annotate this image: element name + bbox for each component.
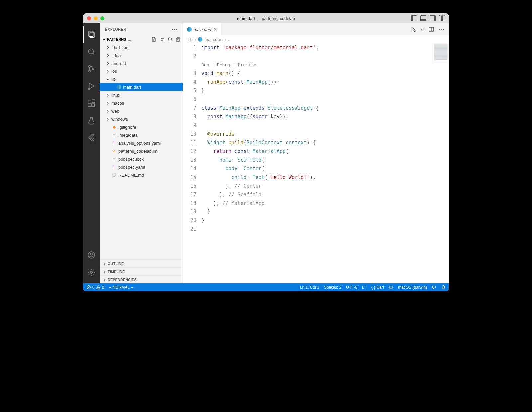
language-mode-status[interactable]: { } Dart xyxy=(371,285,384,290)
sidebar-title: EXPLORER xyxy=(105,27,126,31)
folder-tree-item[interactable]: .dart_tool xyxy=(100,43,183,51)
settings-activity-icon[interactable] xyxy=(83,264,100,281)
encoding-status[interactable]: UTF-8 xyxy=(346,285,357,290)
breadcrumb-part[interactable]: ... xyxy=(228,37,232,42)
source-control-activity-icon[interactable] xyxy=(83,61,100,77)
code-line[interactable]: ), // Center xyxy=(201,182,449,190)
new-folder-icon[interactable] xyxy=(159,37,165,42)
file-tree-item[interactable]: ≡.metadata xyxy=(100,131,183,139)
breadcrumb[interactable]: lib › main.dart › ... xyxy=(183,35,449,43)
folder-tree-item[interactable]: android xyxy=(100,59,183,67)
file-tree-item[interactable]: !analysis_options.yaml xyxy=(100,139,183,147)
code-line[interactable]: } xyxy=(201,216,449,225)
problems-status[interactable]: 0 0 xyxy=(86,285,104,290)
code-editor[interactable]: 123456789101112131415161718192021 import… xyxy=(183,43,449,283)
flutter-activity-icon[interactable] xyxy=(83,130,100,146)
sidebar-section-outline[interactable]: OUTLINE xyxy=(100,259,183,267)
svg-rect-18 xyxy=(389,286,393,288)
workspace-folder-header[interactable]: PATTERNS_... xyxy=(100,35,183,43)
close-tab-icon[interactable]: ✕ xyxy=(213,27,217,32)
code-line[interactable]: ); // MaterialApp xyxy=(201,199,449,207)
run-debug-dropdown-icon[interactable] xyxy=(410,26,416,32)
titlebar-layout-controls xyxy=(411,15,445,21)
code-line[interactable]: @override xyxy=(201,130,449,138)
file-tree-item[interactable]: ⓘREADME.md xyxy=(100,171,183,179)
code-line[interactable]: import 'package:flutter/material.dart'; xyxy=(201,43,449,52)
testing-activity-icon[interactable] xyxy=(83,112,100,129)
chevron-down-icon[interactable] xyxy=(420,26,424,32)
codelens-run[interactable]: Run xyxy=(201,62,209,67)
codelens-debug[interactable]: Debug xyxy=(217,62,230,67)
workspace-folder-name: PATTERNS_... xyxy=(107,37,131,41)
accounts-activity-icon[interactable] xyxy=(83,247,100,263)
code-line[interactable]: } xyxy=(201,86,449,95)
sidebar-more-icon[interactable]: ⋯ xyxy=(171,26,178,33)
code-content[interactable]: import 'package:flutter/material.dart'; … xyxy=(201,43,449,283)
file-tree-item[interactable]: main.dart xyxy=(100,83,183,91)
code-line[interactable]: } xyxy=(201,207,449,216)
extensions-activity-icon[interactable] xyxy=(83,95,100,112)
explorer-activity-icon[interactable] xyxy=(83,26,100,43)
cursor-position-status[interactable]: Ln 1, Col 1 xyxy=(300,285,319,290)
editor-tab-main-dart[interactable]: main.dart ✕ xyxy=(183,23,221,35)
folder-tree-item[interactable]: ios xyxy=(100,67,183,75)
eol-status[interactable]: LF xyxy=(362,285,367,290)
code-line[interactable]: return const MaterialApp( xyxy=(201,147,449,156)
svg-point-3 xyxy=(89,66,90,67)
breadcrumb-part[interactable]: lib xyxy=(188,37,193,42)
code-line[interactable]: Widget build(BuildContext context) { xyxy=(201,138,449,147)
codelens-profile[interactable]: Profile xyxy=(238,62,256,67)
zoom-window-button[interactable] xyxy=(100,16,104,20)
device-selector-status[interactable] xyxy=(389,285,393,290)
svg-rect-10 xyxy=(92,100,95,103)
minimize-window-button[interactable] xyxy=(94,16,98,20)
code-line[interactable] xyxy=(201,225,449,233)
new-file-icon[interactable] xyxy=(151,37,157,42)
file-tree-item[interactable]: ≋patterns_codelab.iml xyxy=(100,147,183,155)
code-line[interactable] xyxy=(201,95,449,104)
svg-point-4 xyxy=(89,70,90,72)
folder-tree-item[interactable]: windows xyxy=(100,115,183,123)
file-tree-item[interactable]: !pubspec.yaml xyxy=(100,163,183,171)
toggle-primary-sidebar-icon[interactable] xyxy=(411,15,417,21)
code-line[interactable]: ), // Scaffold xyxy=(201,190,449,199)
code-line[interactable] xyxy=(201,121,449,130)
code-line[interactable]: body: Center( xyxy=(201,164,449,173)
close-window-button[interactable] xyxy=(87,16,91,20)
search-activity-icon[interactable] xyxy=(83,43,100,60)
code-line[interactable]: class MainApp extends StatelessWidget { xyxy=(201,104,449,112)
folder-tree-item[interactable]: web xyxy=(100,107,183,115)
collapse-all-icon[interactable] xyxy=(175,37,181,42)
notifications-icon[interactable] xyxy=(441,285,446,290)
folder-tree-item[interactable]: macos xyxy=(100,99,183,107)
chevron-down-icon xyxy=(106,77,110,81)
code-line[interactable]: child: Text('Hello World!'), xyxy=(201,173,449,182)
editor-more-icon[interactable]: ⋯ xyxy=(438,26,444,33)
code-line[interactable] xyxy=(201,52,449,61)
code-line[interactable]: const MainApp({super.key}); xyxy=(201,112,449,121)
toggle-secondary-sidebar-icon[interactable] xyxy=(430,15,436,21)
run-debug-activity-icon[interactable] xyxy=(83,78,100,94)
indentation-status[interactable]: Spaces: 2 xyxy=(324,285,341,290)
file-tree-item[interactable]: ≡pubspec.lock xyxy=(100,155,183,163)
folder-tree-item[interactable]: .idea xyxy=(100,51,183,59)
folder-tree-item[interactable]: lib xyxy=(100,75,183,83)
code-line[interactable]: void main() { xyxy=(201,69,449,78)
chevron-down-icon xyxy=(102,38,106,41)
file-tree-item[interactable]: ◆.gitignore xyxy=(100,123,183,131)
chevron-right-icon xyxy=(106,117,110,121)
sidebar-section-dependencies[interactable]: DEPENDENCIES xyxy=(100,275,183,283)
code-line[interactable]: home: Scaffold( xyxy=(201,156,449,164)
split-editor-icon[interactable] xyxy=(428,26,434,32)
refresh-icon[interactable] xyxy=(167,37,173,42)
sidebar-section-timeline[interactable]: TIMELINE xyxy=(100,267,183,275)
customize-layout-icon[interactable] xyxy=(439,15,445,21)
folder-tree-item[interactable]: linux xyxy=(100,91,183,99)
toggle-panel-icon[interactable] xyxy=(420,15,426,21)
flutter-target-status[interactable]: macOS (darwin) xyxy=(398,285,427,290)
breadcrumb-part[interactable]: main.dart xyxy=(204,37,222,42)
code-line[interactable]: runApp(const MainApp()); xyxy=(201,78,449,86)
minimap[interactable] xyxy=(432,43,449,63)
editor-tabs: main.dart ✕ ⋯ xyxy=(183,23,449,35)
feedback-icon[interactable] xyxy=(432,285,436,290)
